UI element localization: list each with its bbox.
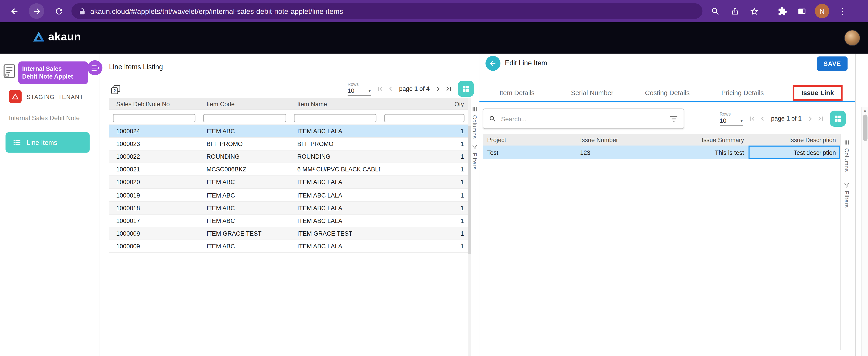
applet-name-line1: Internal Sales bbox=[22, 65, 84, 73]
collapse-menu-button[interactable] bbox=[88, 60, 102, 75]
cell-sales-debitnote-no: 1000020 bbox=[109, 179, 199, 186]
filter-cell bbox=[109, 112, 199, 122]
page-indicator: page 1 of 4 bbox=[399, 85, 430, 92]
column-header-item-code[interactable]: Item Code bbox=[199, 100, 290, 107]
table-row[interactable]: Test123This is testTest description bbox=[483, 145, 840, 159]
next-page-icon[interactable] bbox=[434, 85, 442, 93]
cell-item-code: ITEM ABC bbox=[199, 179, 290, 186]
scroll-up-icon[interactable]: ▲ bbox=[862, 107, 868, 114]
grid-view-button[interactable] bbox=[830, 110, 846, 126]
star-icon[interactable] bbox=[748, 5, 760, 17]
browser-menu-icon[interactable]: ⋮ bbox=[836, 5, 849, 17]
browser-profile-avatar[interactable]: N bbox=[815, 4, 829, 18]
tab-pricing-details[interactable]: Pricing Details bbox=[705, 84, 780, 101]
cell-project: Test bbox=[483, 145, 576, 159]
extensions-icon[interactable] bbox=[776, 5, 788, 17]
reload-icon[interactable] bbox=[53, 5, 65, 17]
lock-icon bbox=[79, 7, 86, 15]
search-input[interactable] bbox=[501, 115, 665, 122]
table-row[interactable]: 1000024ITEM ABCITEM ABC LALA1 bbox=[109, 125, 468, 138]
column-filter-input[interactable] bbox=[113, 114, 195, 122]
grid-view-button[interactable] bbox=[458, 80, 474, 97]
last-page-icon[interactable] bbox=[444, 85, 453, 93]
cell-item-code: ITEM ABC bbox=[199, 217, 290, 224]
address-bar[interactable]: akaun.cloud/#/applets/tnt/wavelet/erp/in… bbox=[71, 3, 703, 19]
layers-count-icon[interactable]: 2 bbox=[111, 85, 121, 94]
listing-title: Line Items Listing bbox=[109, 63, 163, 71]
column-header-project[interactable]: Project bbox=[483, 136, 576, 143]
column-filter-input[interactable] bbox=[384, 114, 464, 122]
column-header-qty[interactable]: Qty bbox=[380, 100, 468, 107]
previous-page-icon[interactable] bbox=[386, 85, 395, 93]
next-page-icon[interactable] bbox=[806, 114, 814, 123]
tab-item-details[interactable]: Item Details bbox=[479, 84, 555, 101]
column-header-issue-summary[interactable]: Issue Summary bbox=[669, 136, 748, 143]
screen: akaun.cloud/#/applets/tnt/wavelet/erp/in… bbox=[0, 0, 868, 356]
table-row[interactable]: 1000018ITEM ABCITEM ABC LALA1 bbox=[109, 202, 468, 214]
cell-sales-debitnote-no: 1000017 bbox=[109, 217, 199, 224]
cell-qty: 1 bbox=[380, 140, 468, 147]
filters-label: Filters bbox=[472, 153, 478, 170]
table-row[interactable]: 1000009ITEM ABCITEM ABC LALA1 bbox=[109, 240, 468, 253]
table-row[interactable]: 1000020ITEM ABCITEM ABC LALA1 bbox=[109, 176, 468, 189]
rows-per-page-select[interactable]: Rows 10 ▾ bbox=[720, 111, 743, 125]
last-page-icon[interactable] bbox=[816, 114, 825, 123]
column-header-item-name[interactable]: Item Name bbox=[290, 100, 380, 107]
user-avatar[interactable] bbox=[844, 30, 860, 46]
side-panel-icon[interactable] bbox=[796, 5, 808, 17]
search-icon[interactable] bbox=[709, 5, 721, 17]
table-row[interactable]: 1000022ROUNDINGROUNDING1 bbox=[109, 151, 468, 163]
columns-label: Columns bbox=[472, 115, 478, 139]
forward-icon[interactable] bbox=[29, 3, 44, 19]
share-icon[interactable] bbox=[728, 5, 741, 17]
page-scrollbar[interactable]: ▲ bbox=[861, 107, 868, 356]
filters-toggle[interactable]: Filters bbox=[470, 144, 479, 170]
line-items-filter-row bbox=[109, 110, 468, 125]
browser-toolbar: akaun.cloud/#/applets/tnt/wavelet/erp/in… bbox=[0, 0, 868, 22]
table-row[interactable]: 1000009ITEM GRACE TESTITEM GRACE TEST1 bbox=[109, 227, 468, 240]
first-page-icon[interactable] bbox=[748, 114, 756, 123]
rows-label: Rows bbox=[347, 82, 371, 87]
column-filter-input[interactable] bbox=[203, 114, 286, 122]
table-row[interactable]: 1000021MCSC006BKZ6 MM² CU/PVC BLACK CABL… bbox=[109, 163, 468, 176]
filters-toggle[interactable]: Filters bbox=[842, 182, 851, 208]
page-indicator: page 1 of 1 bbox=[771, 115, 801, 122]
cell-item-name: BFF PROMO bbox=[290, 140, 380, 147]
search-box[interactable] bbox=[483, 108, 684, 129]
filter-list-icon[interactable] bbox=[669, 114, 678, 123]
cell-item-code: MCSC006BKZ bbox=[199, 166, 290, 173]
cell-item-code: ITEM ABC bbox=[199, 243, 290, 250]
tab-costing-details[interactable]: Costing Details bbox=[630, 84, 705, 101]
applet-name-chip[interactable]: Internal Sales Debit Note Applet bbox=[18, 61, 88, 84]
columns-toggle[interactable]: Columns bbox=[842, 139, 851, 172]
column-header-issue-number[interactable]: Issue Number bbox=[576, 136, 669, 143]
sidebar-item-line-items[interactable]: Line Items bbox=[5, 132, 90, 153]
first-page-icon[interactable] bbox=[376, 85, 384, 93]
previous-page-icon[interactable] bbox=[758, 114, 767, 123]
rows-per-page-value: 10 bbox=[720, 117, 726, 124]
rows-per-page-select[interactable]: Rows 10 ▾ bbox=[347, 82, 371, 95]
page-scrollbar-thumb[interactable] bbox=[863, 115, 867, 141]
back-button[interactable] bbox=[486, 56, 500, 71]
tab-issue-link[interactable]: Issue Link bbox=[780, 84, 855, 101]
cell-qty: 1 bbox=[380, 179, 468, 186]
listing-pagination: page 1 of 4 bbox=[376, 85, 453, 93]
cell-issue-description: Test description bbox=[748, 145, 840, 159]
column-filter-input[interactable] bbox=[294, 114, 376, 122]
cell-qty: 1 bbox=[380, 166, 468, 173]
tenant-row[interactable]: STAGING_TENANT bbox=[9, 90, 83, 103]
app-logo[interactable]: akaun bbox=[32, 30, 81, 43]
tab-serial-number[interactable]: Serial Number bbox=[555, 84, 630, 101]
line-items-listing-panel: Line Items Listing Rows 10 ▾ page 1 of 4 bbox=[100, 54, 479, 356]
table-row[interactable]: 1000019ITEM ABCITEM ABC LALA1 bbox=[109, 189, 468, 202]
column-header-issue-description[interactable]: Issue Description bbox=[748, 136, 840, 143]
tenant-logo-icon bbox=[9, 90, 22, 103]
table-row[interactable]: 1000017ITEM ABCITEM ABC LALA1 bbox=[109, 215, 468, 227]
columns-toggle[interactable]: Columns bbox=[470, 106, 479, 139]
save-button[interactable]: SAVE bbox=[817, 57, 847, 71]
table-row[interactable]: 1000023BFF PROMOBFF PROMO1 bbox=[109, 138, 468, 151]
cell-item-code: ROUNDING bbox=[199, 154, 290, 160]
back-icon[interactable] bbox=[8, 5, 21, 17]
column-header-sales-debitnote-no[interactable]: Sales DebitNote No bbox=[109, 100, 199, 107]
editor-tabs: Item DetailsSerial NumberCosting Details… bbox=[479, 84, 855, 102]
